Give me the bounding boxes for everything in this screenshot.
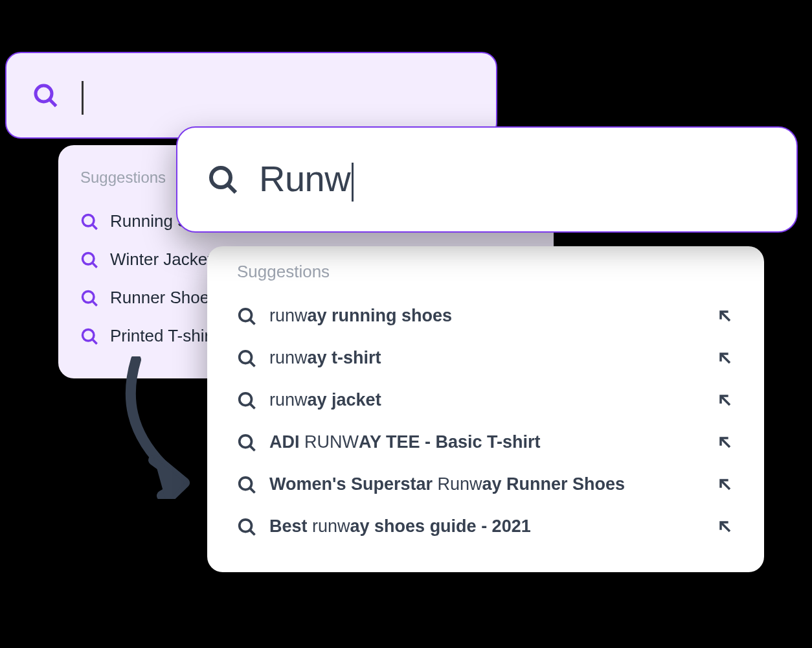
typed-search-value: Runw <box>259 158 350 199</box>
svg-point-16 <box>240 351 252 363</box>
typed-search-panel: Runw <box>176 126 798 233</box>
search-icon <box>80 289 98 307</box>
svg-point-0 <box>36 86 52 102</box>
svg-point-28 <box>240 519 252 531</box>
suggestion-item[interactable]: ADI RUNWAY TEE - Basic T-shirt <box>232 421 739 463</box>
insert-arrow-icon[interactable] <box>716 391 734 410</box>
search-icon <box>80 327 98 345</box>
svg-line-29 <box>251 530 255 535</box>
suggestion-text: Printed T-shirt <box>110 326 214 346</box>
svg-line-7 <box>93 301 96 305</box>
insert-arrow-icon[interactable] <box>716 434 734 452</box>
svg-line-30 <box>721 522 730 531</box>
suggestion-item[interactable]: runway t-shirt <box>232 337 739 379</box>
typed-search-bar[interactable]: Runw <box>177 128 796 231</box>
suggestion-item[interactable]: runway jacket <box>232 379 739 421</box>
suggestion-text: runway running shoes <box>269 306 703 326</box>
svg-line-20 <box>251 404 255 408</box>
svg-line-18 <box>721 354 730 363</box>
svg-line-9 <box>93 340 96 343</box>
search-icon <box>237 517 256 537</box>
svg-line-1 <box>51 100 56 106</box>
search-icon <box>237 391 256 410</box>
svg-point-19 <box>240 393 252 405</box>
empty-search-bar[interactable] <box>6 53 496 137</box>
svg-line-14 <box>251 319 255 324</box>
svg-point-25 <box>240 477 252 489</box>
suggestion-text: runway jacket <box>269 390 703 410</box>
svg-point-13 <box>240 308 252 321</box>
search-icon <box>32 82 58 108</box>
suggestion-item[interactable]: Best runway shoes guide - 2021 <box>232 505 739 548</box>
suggestion-text: ADI RUNWAY TEE - Basic T-shirt <box>269 432 703 452</box>
svg-point-11 <box>211 168 231 187</box>
insert-arrow-icon[interactable] <box>716 349 734 367</box>
svg-line-5 <box>93 263 96 267</box>
search-icon <box>207 164 238 195</box>
svg-line-17 <box>251 362 255 366</box>
empty-search-input[interactable] <box>78 76 470 115</box>
suggestion-text: Runner Shoes <box>110 288 218 308</box>
typed-suggestions-dropdown: Suggestions runway running shoesrunway t… <box>207 246 764 572</box>
search-icon <box>80 213 98 231</box>
suggestion-text: Women's Superstar Runway Runner Shoes <box>269 474 703 494</box>
search-icon <box>237 475 256 494</box>
suggestion-item[interactable]: runway running shoes <box>232 295 739 337</box>
svg-point-22 <box>240 435 252 447</box>
svg-line-3 <box>93 225 96 229</box>
search-icon <box>237 349 256 368</box>
svg-point-8 <box>83 329 95 341</box>
svg-line-15 <box>721 312 730 321</box>
typed-search-input[interactable]: Runw <box>259 157 767 201</box>
suggestion-text: Best runway shoes guide - 2021 <box>269 516 703 537</box>
cursor-icon <box>352 163 354 202</box>
search-icon <box>237 433 256 452</box>
svg-line-21 <box>721 396 730 405</box>
search-icon <box>80 251 98 269</box>
svg-line-12 <box>229 185 236 192</box>
suggestion-item[interactable]: Women's Superstar Runway Runner Shoes <box>232 463 739 505</box>
insert-arrow-icon[interactable] <box>716 518 734 536</box>
search-icon <box>237 307 256 326</box>
svg-line-24 <box>721 438 730 447</box>
insert-arrow-icon[interactable] <box>716 307 734 325</box>
svg-point-4 <box>83 253 95 264</box>
connector-arrow-icon <box>113 356 210 499</box>
suggestion-text: Winter Jackets <box>110 249 221 270</box>
svg-line-23 <box>251 446 255 450</box>
suggestion-text: runway t-shirt <box>269 348 703 368</box>
svg-point-2 <box>83 214 95 226</box>
cursor-icon <box>82 81 84 115</box>
empty-search-panel <box>5 52 497 139</box>
suggestions-label: Suggestions <box>232 260 739 295</box>
svg-line-26 <box>251 488 255 492</box>
svg-point-6 <box>83 291 95 303</box>
insert-arrow-icon[interactable] <box>716 476 734 494</box>
svg-line-27 <box>721 480 730 489</box>
